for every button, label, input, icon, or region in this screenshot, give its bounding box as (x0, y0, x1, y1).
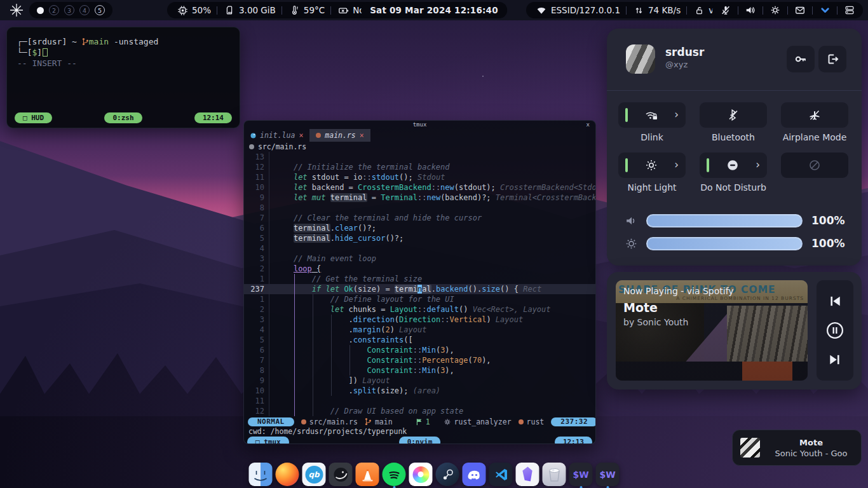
code-line[interactable]: 1 // Define layout for the UI (244, 294, 595, 304)
code-line[interactable]: 6 Constraint::Min(3), (244, 345, 595, 355)
prompt-path: ] ~ (62, 37, 81, 46)
toggle-night-light[interactable]: › (618, 152, 686, 178)
code-line[interactable]: 3 // Main event loop (244, 254, 595, 264)
code-line[interactable]: 5 terminal.hide_cursor()?; (244, 233, 595, 243)
code-text: Constraint::Percentage(70), (269, 355, 595, 365)
zsh-window-pill[interactable]: 0:zsh (104, 112, 142, 123)
sun-icon (645, 159, 658, 172)
code-line[interactable]: 5 .constraints([ (244, 335, 595, 345)
code-line[interactable]: 7 Constraint::Percentage(70), (244, 355, 595, 365)
terminal-window[interactable]: ┌─[srdusr] ~ main -unstaged └─[$] -- INS… (6, 27, 240, 128)
chevron-down-icon[interactable] (818, 3, 832, 17)
trash-icon (546, 466, 562, 483)
workspace-1[interactable] (37, 7, 44, 14)
gear-icon (444, 418, 451, 426)
tmux-session-pill[interactable]: □ tmux (247, 437, 289, 444)
brightness-slider[interactable] (646, 237, 803, 250)
toggle-dlink[interactable]: › (618, 102, 686, 128)
editor-window[interactable]: tmux x init.lua × main.rs × src/main.rs … (243, 120, 596, 444)
volume-icon[interactable] (743, 3, 757, 17)
rust-icon (316, 133, 321, 138)
code-line[interactable]: 11 (244, 396, 595, 406)
tab-main-rs[interactable]: main.rs × (309, 129, 370, 142)
dock-item-steam[interactable] (436, 463, 459, 486)
code-text: terminal.hide_cursor()?; (269, 233, 595, 243)
code-line[interactable]: 10 let backend = CrosstermBackend::new(s… (244, 182, 595, 193)
code-line[interactable]: 12 // Initialize the terminal backend (244, 162, 595, 172)
code-line[interactable]: 12 // Draw UI based on app state (244, 406, 595, 416)
code-line[interactable]: 1 // Get the terminal size (244, 274, 595, 284)
tmux-clock-pill: 12:13 (555, 437, 592, 444)
winbar: src/main.rs (244, 142, 595, 152)
code-line[interactable]: 4 (244, 243, 595, 254)
code-line[interactable]: 8 Constraint::Min(3), (244, 365, 595, 376)
previous-track-button[interactable] (825, 292, 844, 311)
chevron-right-icon[interactable]: › (674, 109, 679, 120)
code-line[interactable]: 11 let stdout = io::stdout(); Stdout (244, 172, 595, 182)
code-line[interactable]: 2 loop { (244, 264, 595, 274)
workspace-5[interactable]: 5 (95, 5, 105, 15)
window-close-button[interactable]: x (587, 121, 590, 128)
statusline-filetype: rust (519, 417, 545, 426)
dock-item-sw-app-1[interactable]: $W (569, 463, 593, 486)
settings-gear-icon[interactable] (768, 3, 782, 17)
dock-item-vlc[interactable] (356, 463, 379, 486)
code-line[interactable]: 237 if let Ok(size) = terminal.backend()… (244, 284, 595, 294)
lock-keys-button[interactable] (787, 46, 815, 72)
dock-item-spotify[interactable] (383, 463, 406, 486)
tab-init-lua[interactable]: init.lua × (244, 129, 309, 142)
dock-item-firefox[interactable] (276, 463, 299, 486)
code-line[interactable]: 9 ]) Layout (244, 376, 595, 386)
pause-button[interactable] (825, 321, 844, 340)
workspace-2[interactable]: 2 (49, 5, 59, 15)
tab-close-icon[interactable]: × (299, 131, 303, 140)
dock-item-vscode[interactable] (489, 463, 513, 486)
toggle-airplane-mode[interactable] (781, 102, 848, 128)
dock-item-trash[interactable] (543, 463, 566, 486)
code-line[interactable]: 13 (244, 152, 595, 162)
dock-item-obsidian[interactable] (516, 463, 539, 486)
code-line[interactable]: 8 (244, 203, 595, 213)
next-track-button[interactable] (825, 350, 844, 369)
tab-close-icon[interactable]: × (360, 131, 364, 140)
code-text: ]) Layout (269, 376, 595, 386)
dock-item-sw-app-2[interactable]: $W (596, 463, 620, 486)
line-number: 4 (244, 243, 269, 254)
chevron-right-icon[interactable]: › (674, 159, 679, 170)
toggle-do-not-disturb[interactable]: › (700, 152, 767, 178)
code-line[interactable]: 9 let mut terminal = Terminal::new(backe… (244, 193, 595, 203)
code-area[interactable]: 1312 // Initialize the terminal backend1… (244, 152, 595, 416)
workspace-3[interactable]: 3 (64, 5, 74, 15)
hud-pill[interactable]: □ HUD (15, 112, 52, 123)
notification-popup[interactable]: Mote Sonic Youth - Goo (732, 430, 862, 466)
line-number: 7 (244, 213, 269, 223)
microphone-muted-icon[interactable] (719, 3, 733, 17)
terminal-statusbar: □ HUD 0:zsh 12:14 (15, 112, 232, 123)
tmux-window-pill[interactable]: 0:nvim (399, 437, 441, 444)
code-line[interactable]: 3 .direction(Direction::Vertical) Layout (244, 315, 595, 325)
system-monitor-icon[interactable] (843, 3, 857, 17)
toggle-bluetooth[interactable] (700, 102, 767, 128)
dock-item-discord[interactable] (463, 463, 486, 486)
code-line[interactable]: 10 .split(size); (area) (244, 386, 595, 396)
dock-item-photos[interactable] (409, 463, 433, 486)
key-icon (794, 52, 808, 66)
temperature-value: 59°C (304, 5, 325, 15)
tmux-title: tmux (244, 121, 595, 128)
chevron-right-icon[interactable]: › (756, 159, 760, 170)
logout-button[interactable] (818, 46, 846, 72)
code-line[interactable]: 6 terminal.clear()?; (244, 223, 595, 233)
dock-item-qbittorrent[interactable]: qb (302, 463, 326, 486)
dock-item-mpv[interactable] (329, 463, 353, 486)
code-line[interactable]: 4 .margin(2) Layout (244, 325, 595, 335)
toggle-empty[interactable] (781, 152, 848, 178)
code-line[interactable]: 2 let chunks = Layout::default() Vec<Rec… (244, 304, 595, 315)
code-text: // Initialize the terminal backend (269, 162, 595, 172)
code-line[interactable]: 7 // Clear the terminal and hide the cur… (244, 213, 595, 223)
dock-item-file-manager[interactable] (249, 463, 273, 486)
mail-icon[interactable] (793, 3, 807, 17)
volume-slider[interactable] (646, 214, 803, 227)
line-number: 8 (244, 203, 269, 213)
launcher-star-icon[interactable] (10, 3, 24, 17)
workspace-4[interactable]: 4 (79, 5, 90, 15)
